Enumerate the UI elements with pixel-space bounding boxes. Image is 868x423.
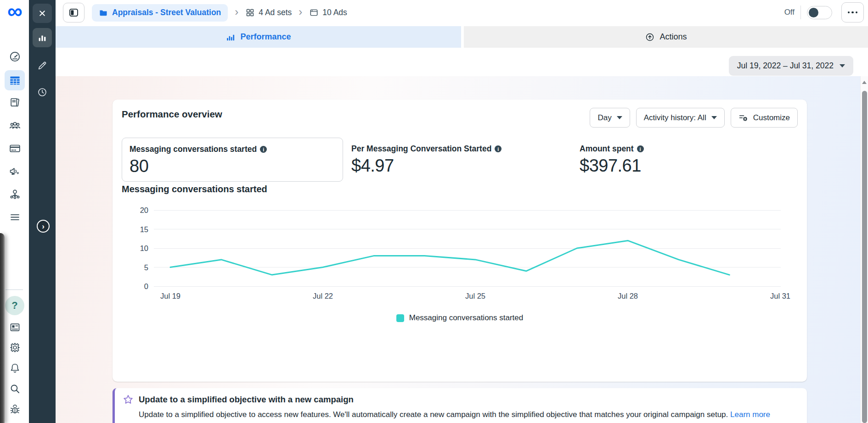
- activity-history-label: Activity history: All: [644, 113, 706, 122]
- history-clock-icon[interactable]: [33, 83, 52, 102]
- bar-chart-icon[interactable]: [33, 28, 52, 47]
- chevron-down-icon: [840, 64, 845, 67]
- svg-text:Jul 31: Jul 31: [770, 292, 790, 300]
- metric-value: $397.61: [572, 154, 644, 176]
- metric-card-per-conversation[interactable]: Per Messaging Conversation Startedi $4.9…: [344, 138, 502, 176]
- tool-rail: ›: [29, 0, 56, 423]
- metric-value: 80: [122, 154, 343, 176]
- arrow-up-circle-icon: [645, 32, 655, 42]
- gauge-icon[interactable]: [5, 46, 25, 67]
- star-icon: [122, 394, 134, 406]
- expand-chevron-icon[interactable]: ›: [37, 220, 50, 233]
- svg-text:Jul 22: Jul 22: [313, 292, 333, 300]
- chevron-right-icon: ›: [299, 6, 302, 19]
- svg-text:0: 0: [144, 282, 148, 290]
- tab-actions[interactable]: Actions: [464, 26, 868, 48]
- breadcrumb: Appraisals - Street Valuation › 4 Ad set…: [63, 3, 347, 22]
- line-chart: 05101520Jul 19Jul 22Jul 25Jul 28Jul 31: [122, 202, 798, 312]
- megaphone-icon[interactable]: [5, 161, 25, 181]
- campaign-status-toggle[interactable]: [807, 6, 832, 19]
- svg-text:15: 15: [140, 225, 148, 234]
- performance-bars-icon: [225, 32, 236, 42]
- info-icon[interactable]: i: [495, 145, 502, 152]
- settings-gear-icon[interactable]: [5, 337, 25, 357]
- learn-more-link[interactable]: Learn more: [730, 410, 770, 419]
- svg-text:10: 10: [140, 244, 148, 252]
- performance-overview-card: Performance overview Day Activity histor…: [113, 100, 807, 382]
- campaigns-table-icon[interactable]: [5, 70, 25, 90]
- customize-sliders-icon: [738, 113, 748, 122]
- breadcrumb-adsets-label: 4 Ad sets: [259, 8, 292, 17]
- scrollbar-track[interactable]: [860, 76, 868, 423]
- line-chart-svg: 05101520Jul 19Jul 22Jul 25Jul 28Jul 31: [122, 202, 798, 312]
- close-icon[interactable]: [33, 4, 52, 23]
- metric-card-messaging-conversations[interactable]: Messaging conversations startedi 80: [122, 138, 343, 182]
- scroll-up-arrow[interactable]: [862, 81, 867, 84]
- metric-label: Messaging conversations started: [130, 145, 257, 154]
- meta-logo[interactable]: ∞: [0, 0, 29, 23]
- help-icon[interactable]: ?: [5, 296, 24, 315]
- metric-label: Per Messaging Conversation Started: [351, 144, 491, 154]
- metric-value: $4.97: [344, 154, 502, 176]
- banner-body-text: Update to a simplified objective to acce…: [139, 410, 728, 419]
- svg-text:Jul 19: Jul 19: [160, 292, 180, 300]
- metric-card-amount-spent[interactable]: Amount spenti $397.61: [572, 138, 644, 176]
- banner-title: Update to a simplified objective with a …: [139, 395, 354, 405]
- folder-icon: [99, 8, 108, 17]
- ads-frame-icon: [309, 8, 319, 17]
- sidebar-divider: [6, 289, 23, 290]
- search-icon[interactable]: [5, 378, 25, 399]
- edit-pencil-icon[interactable]: [33, 56, 52, 75]
- granularity-label: Day: [597, 113, 611, 122]
- breadcrumb-campaign[interactable]: Appraisals - Street Valuation: [92, 4, 228, 22]
- banner-body: Update to a simplified objective to acce…: [139, 410, 770, 419]
- breadcrumb-adsets[interactable]: 4 Ad sets: [245, 8, 292, 17]
- metric-label: Amount spent: [580, 144, 634, 154]
- ad-sets-grid-icon: [245, 8, 255, 17]
- info-icon[interactable]: i: [637, 145, 644, 152]
- card-title: Performance overview: [122, 109, 222, 120]
- chevron-right-icon: ›: [235, 6, 238, 19]
- breadcrumb-ads[interactable]: 10 Ads: [309, 8, 347, 17]
- chevron-down-icon: [711, 116, 717, 119]
- info-icon[interactable]: i: [260, 146, 267, 153]
- divider: [800, 6, 801, 19]
- svg-text:20: 20: [140, 206, 148, 214]
- date-range-label: Jul 19, 2022 – Jul 31, 2022: [737, 61, 834, 71]
- legend-label: Messaging conversations started: [409, 313, 524, 323]
- svg-text:Jul 25: Jul 25: [465, 292, 485, 300]
- granularity-dropdown[interactable]: Day: [590, 108, 630, 128]
- ads-manager-window: ∞ ?: [0, 0, 868, 423]
- bug-icon[interactable]: [5, 399, 25, 419]
- breadcrumb-ads-label: 10 Ads: [322, 8, 347, 17]
- activity-history-dropdown[interactable]: Activity history: All: [636, 108, 725, 128]
- more-options-button[interactable]: [841, 2, 864, 22]
- scrollbar-thumb[interactable]: [862, 91, 867, 423]
- menu-icon[interactable]: [5, 207, 25, 227]
- toggle-knob: [809, 8, 818, 17]
- org-chart-icon[interactable]: [5, 184, 25, 204]
- legend-swatch: [396, 314, 404, 322]
- billing-card-icon[interactable]: [5, 138, 25, 158]
- card-controls: Day Activity history: All Customize: [590, 108, 798, 128]
- date-range-selector[interactable]: Jul 19, 2022 – Jul 31, 2022: [729, 56, 853, 76]
- notifications-bell-icon[interactable]: [5, 358, 25, 378]
- audiences-people-icon[interactable]: [5, 115, 25, 135]
- customize-label: Customize: [753, 113, 790, 122]
- panel-toggle-button[interactable]: [63, 3, 85, 22]
- tab-performance[interactable]: Performance: [56, 26, 461, 48]
- customize-button[interactable]: Customize: [731, 108, 798, 128]
- panel-toggle-icon: [68, 7, 79, 18]
- documents-icon[interactable]: [5, 92, 25, 112]
- svg-text:5: 5: [144, 263, 148, 272]
- news-icon[interactable]: [5, 317, 25, 337]
- chart-title: Messaging conversations started: [122, 184, 267, 195]
- objective-update-banner: Update to a simplified objective with a …: [113, 388, 807, 423]
- breadcrumb-campaign-label: Appraisals - Street Valuation: [112, 8, 221, 17]
- chart-legend: Messaging conversations started: [113, 313, 807, 323]
- tab-performance-label: Performance: [240, 32, 291, 42]
- chevron-down-icon: [617, 116, 622, 119]
- background-window-edge: [0, 233, 5, 423]
- header-controls: Off: [784, 2, 864, 22]
- tab-actions-label: Actions: [659, 32, 687, 42]
